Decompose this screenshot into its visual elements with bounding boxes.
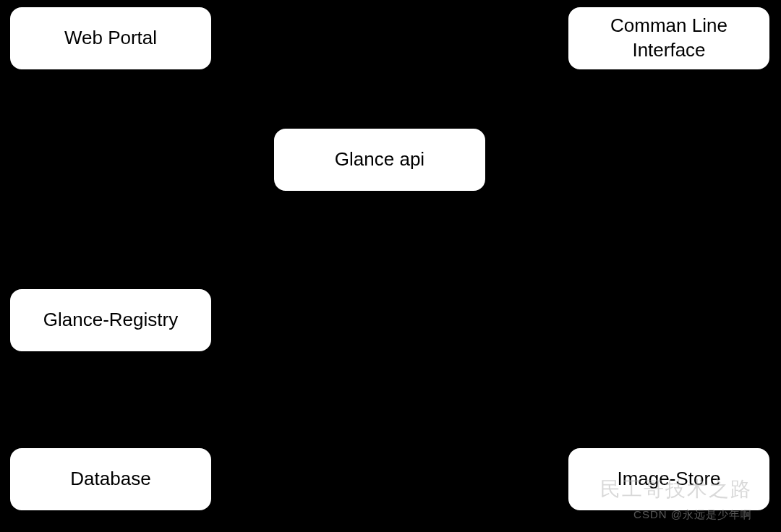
node-label: Glance-Registry	[43, 308, 178, 332]
node-label: Glance api	[335, 147, 424, 172]
edge-glanceapi-imagestore	[434, 192, 636, 448]
edge-glanceapi-registry	[166, 192, 318, 289]
watermark-secondary: CSDN @永远是少年啊	[633, 508, 752, 522]
watermark-primary: 民工哥技术之路	[600, 476, 752, 503]
node-glance-api: Glance api	[273, 127, 487, 192]
node-command-line-interface: Comman Line Interface	[567, 6, 771, 71]
node-glance-registry: Glance-Registry	[9, 288, 213, 353]
node-label: Comman Line Interface	[577, 14, 761, 63]
node-database: Database	[9, 447, 213, 512]
edge-cli-glanceapi	[448, 71, 615, 130]
node-label: Web Portal	[64, 26, 157, 51]
node-web-portal: Web Portal	[9, 6, 213, 71]
edge-webportal-glanceapi	[166, 71, 318, 130]
node-label: Database	[70, 467, 150, 492]
